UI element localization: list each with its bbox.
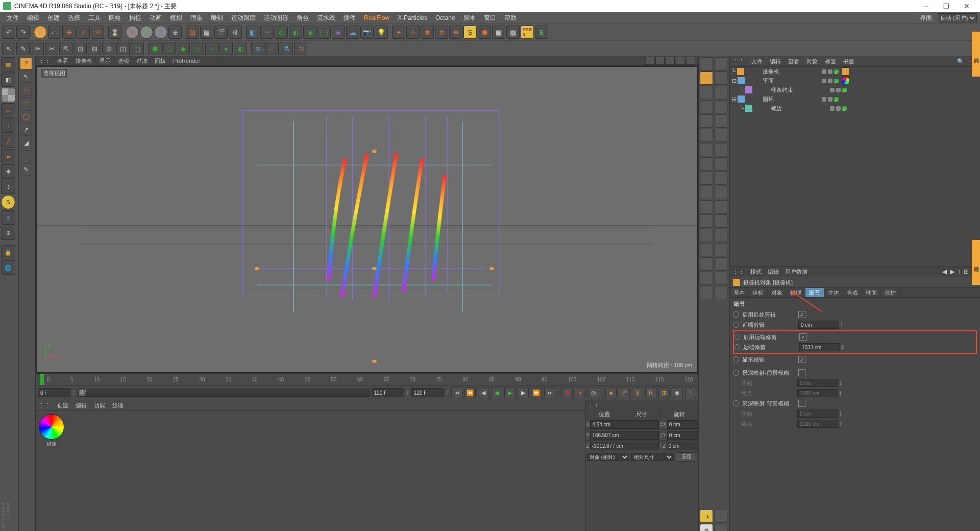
mat-tab-create[interactable]: 创建 (57, 402, 68, 409)
show-cone-checkbox[interactable]: ✓ (798, 356, 805, 363)
goto-end-icon[interactable]: ⏭ (544, 387, 555, 398)
p26-icon[interactable] (714, 229, 727, 242)
obj-row-plane[interactable]: ⊟ 平面 ✓ (730, 76, 980, 85)
generator2-icon[interactable]: ◐ (289, 26, 302, 39)
prim-cube-icon[interactable]: ◧ (246, 26, 259, 39)
grip-icon[interactable]: ⋮⋮ (39, 402, 50, 409)
p38-icon[interactable] (714, 524, 727, 531)
lasso-icon[interactable]: ◯ (20, 110, 32, 123)
tool5-icon[interactable]: ⬚ (131, 42, 144, 55)
material-tag[interactable] (842, 77, 850, 85)
rotate-icon[interactable]: ⟲ (91, 26, 104, 39)
solo-icon[interactable]: S (463, 26, 477, 39)
om-tab-bookmarks[interactable]: 书签 (843, 58, 854, 65)
p22-icon[interactable] (714, 200, 727, 213)
xp3-icon[interactable]: ✱ (421, 26, 434, 39)
radio-icon[interactable] (733, 370, 739, 376)
mat-tab-tex[interactable]: 纹理 (112, 402, 124, 409)
p20-icon[interactable] (714, 186, 727, 199)
xp5-icon[interactable]: ❋ (449, 26, 462, 39)
radio-icon[interactable] (733, 400, 739, 406)
p28-icon[interactable] (714, 243, 727, 256)
camera-icon[interactable]: 📷 (360, 26, 374, 39)
subdiv-icon[interactable]: ◉ (303, 26, 316, 39)
point-mode-icon[interactable]: ⋮ (1, 118, 15, 133)
om-search-icon[interactable]: 🔍 (957, 58, 964, 65)
p12-icon[interactable] (714, 129, 727, 142)
p34-icon[interactable] (714, 286, 727, 299)
frame-end-input[interactable] (372, 388, 404, 397)
p21-icon[interactable] (700, 200, 713, 213)
vmenu-filter[interactable]: 过滤 (136, 57, 148, 65)
coord-size-select[interactable]: 绝对尺寸 (631, 453, 674, 461)
globe-icon[interactable]: 🌐 (1, 260, 15, 275)
lock-icon[interactable]: 🔒 (1, 245, 15, 259)
p31-icon[interactable] (700, 272, 713, 285)
material-name[interactable]: 材质 (39, 441, 64, 448)
menu-create[interactable]: 创建 (44, 13, 63, 23)
obj-row-splinewrap[interactable]: └ 样条约束 ✓ (730, 85, 980, 94)
move2-icon[interactable]: ↗ (20, 124, 32, 136)
menu-sim[interactable]: 模拟 (166, 13, 186, 23)
obj-row-ring[interactable]: ⊟ 圆环 ✓ (730, 94, 980, 104)
p1-icon[interactable] (700, 57, 713, 70)
viewport-solo-icon[interactable]: S (1, 195, 15, 209)
layout-select[interactable]: 启动 (用户) (938, 13, 977, 22)
p30-icon[interactable] (714, 257, 727, 271)
light-icon[interactable]: 💡 (375, 26, 388, 39)
p6-icon[interactable] (714, 86, 727, 99)
key-icon[interactable]: ● (575, 387, 586, 398)
near-enable-checkbox[interactable]: ✓ (798, 311, 805, 318)
tool4-icon[interactable]: ◫ (116, 42, 130, 55)
prim-spline-icon[interactable]: 〰 (260, 26, 274, 39)
mg4-icon[interactable]: ◇ (191, 42, 204, 55)
spin-icon[interactable]: ‡ (72, 390, 76, 396)
mat-tab-edit[interactable]: 编辑 (76, 402, 87, 409)
p10-icon[interactable] (714, 114, 727, 128)
history-icon[interactable]: ⌛ (108, 26, 121, 39)
menu-file[interactable]: 文件 (3, 13, 22, 23)
undo-icon[interactable]: ↶ (2, 26, 15, 39)
kopt-icon[interactable]: ≡ (685, 387, 696, 398)
snap2-icon[interactable]: ⊚ (1, 226, 15, 240)
kr-icon[interactable]: R (645, 387, 656, 398)
am-nav-up-icon[interactable]: ↑ (958, 268, 961, 275)
p5-icon[interactable] (700, 86, 713, 99)
p32-icon[interactable] (714, 272, 727, 285)
next-frame-icon[interactable]: ▶ (518, 387, 529, 398)
mg7-icon[interactable]: ◐ (234, 42, 247, 55)
play-icon[interactable]: ▶ (504, 387, 516, 398)
grip-icon[interactable]: ⋮⋮ (39, 58, 50, 64)
help-icon[interactable]: ? (20, 57, 32, 69)
grip-icon[interactable]: ⋮⋮ (588, 402, 599, 408)
vmenu-options[interactable]: 选项 (118, 57, 129, 65)
p29-icon[interactable] (700, 257, 713, 271)
move-icon[interactable]: ✥ (62, 26, 76, 39)
playhead[interactable] (40, 374, 44, 385)
om-tab-file[interactable]: 文件 (751, 58, 763, 65)
menu-octane[interactable]: Octane (432, 13, 459, 22)
mat-tab-func[interactable]: 功能 (94, 402, 105, 409)
play-back-icon[interactable]: ◀ (491, 387, 502, 398)
menu-track[interactable]: 运动跟踪 (228, 13, 259, 23)
spin-icon3[interactable]: ‡ (446, 390, 449, 396)
render-settings-icon[interactable]: ⚙ (229, 26, 242, 39)
side-badge-2[interactable]: 属性 (972, 240, 980, 285)
edge-mode-icon[interactable]: ╱ (1, 134, 15, 148)
keysel-icon[interactable]: ◈ (605, 387, 617, 398)
coord-mode-select[interactable]: 对象 (相对) (587, 453, 629, 461)
mg1-icon[interactable]: ⬢ (148, 42, 161, 55)
dyn1-icon[interactable]: ≋ (251, 42, 264, 55)
dyn4-icon[interactable]: .fx (294, 42, 307, 55)
brush1-icon[interactable]: ✎ (16, 42, 30, 55)
pos-x-input[interactable] (590, 420, 659, 429)
vp-nav1-icon[interactable] (645, 57, 654, 65)
vmenu-panel[interactable]: 面板 (155, 57, 166, 65)
menu-xparticles[interactable]: X-Particles (394, 13, 431, 22)
menu-snap[interactable]: 捕捉 (126, 13, 145, 23)
dyn2-icon[interactable]: ☄ (265, 42, 279, 55)
close-button[interactable]: ✕ (957, 0, 977, 12)
redo-icon[interactable]: ↷ (16, 26, 30, 39)
goto-start-icon[interactable]: ⏮ (451, 387, 462, 398)
p4-icon[interactable] (714, 71, 727, 85)
